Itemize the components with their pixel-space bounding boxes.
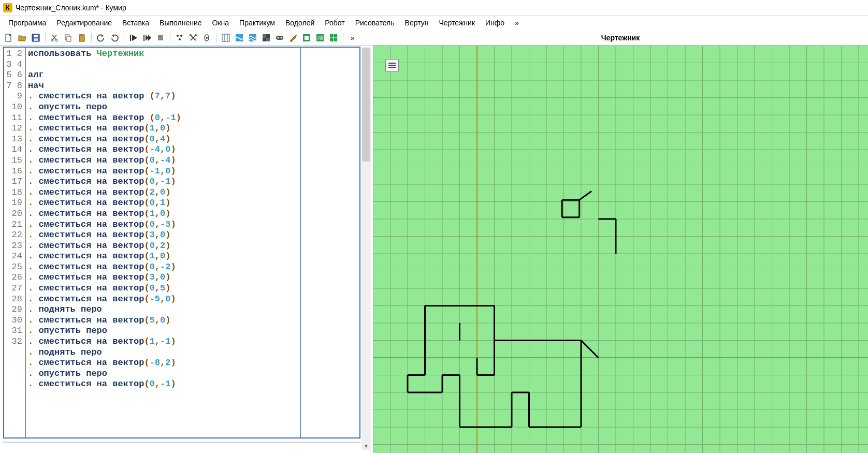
titlebar: К Чертежник_Слоник.kum* - Кумир bbox=[0, 0, 868, 16]
variables-button[interactable] bbox=[187, 32, 199, 43]
actors-button[interactable] bbox=[174, 32, 185, 43]
svg-rect-25 bbox=[263, 34, 266, 38]
app-icon: К bbox=[3, 3, 12, 12]
print-margin bbox=[300, 48, 301, 437]
drawing-grid bbox=[373, 46, 868, 453]
menu-item[interactable]: Вертун bbox=[400, 17, 434, 29]
svg-rect-12 bbox=[158, 35, 163, 40]
actor-green2-button[interactable] bbox=[314, 32, 326, 43]
menu-item[interactable]: Программа bbox=[3, 17, 51, 29]
stop-button[interactable] bbox=[155, 32, 166, 43]
svg-point-15 bbox=[179, 38, 181, 40]
redo-button[interactable] bbox=[109, 32, 120, 43]
toolbar-separator bbox=[216, 33, 216, 42]
open-file-button[interactable] bbox=[17, 32, 28, 43]
actor-green3-button[interactable] bbox=[328, 32, 339, 43]
actor-paint-button[interactable] bbox=[287, 32, 299, 43]
actor-aqua2-button[interactable] bbox=[247, 32, 258, 43]
svg-rect-7 bbox=[67, 36, 71, 41]
menu-item[interactable]: Выполнение bbox=[154, 17, 207, 29]
scroll-thumb[interactable] bbox=[362, 48, 370, 162]
svg-rect-3 bbox=[34, 38, 38, 41]
svg-rect-32 bbox=[305, 36, 309, 40]
new-file-button[interactable] bbox=[3, 32, 15, 43]
menu-item[interactable]: Робот bbox=[320, 17, 350, 29]
svg-rect-26 bbox=[266, 38, 270, 41]
toolbar-separator bbox=[343, 33, 343, 42]
editor-bottom-panel bbox=[3, 442, 360, 453]
toolbar-separator bbox=[45, 33, 46, 42]
svg-point-16 bbox=[190, 34, 192, 36]
svg-point-13 bbox=[177, 35, 179, 37]
vertical-scrollbar[interactable]: ▲ ▼ bbox=[361, 47, 371, 450]
paste-button[interactable] bbox=[76, 32, 88, 43]
menubar: ПрограммаРедактированиеВставкаВыполнение… bbox=[0, 16, 868, 30]
menu-item[interactable]: Чертежник bbox=[433, 17, 480, 29]
menu-item[interactable]: Вставка bbox=[117, 17, 154, 29]
cut-button[interactable] bbox=[49, 32, 61, 43]
scroll-down-button[interactable]: ▼ bbox=[361, 442, 371, 450]
run-step-button[interactable] bbox=[141, 32, 153, 43]
svg-point-18 bbox=[206, 37, 208, 39]
svg-rect-11 bbox=[143, 35, 144, 41]
svg-point-29 bbox=[281, 37, 282, 38]
toolbar-separator bbox=[91, 33, 92, 42]
svg-point-17 bbox=[195, 34, 197, 36]
drawer-title-bar: Чертежник bbox=[373, 30, 868, 46]
menu-item[interactable]: Практикум bbox=[234, 17, 280, 29]
breakpoint-button[interactable] bbox=[201, 32, 212, 43]
canvas-menu-button[interactable] bbox=[385, 59, 399, 71]
line-gutter: 1 2 3 4 5 6 7 8 9 10 11 12 13 14 15 16 1… bbox=[4, 48, 26, 437]
svg-point-14 bbox=[180, 35, 182, 37]
menu-item[interactable]: Окна bbox=[207, 17, 235, 29]
svg-point-28 bbox=[278, 37, 279, 38]
svg-rect-10 bbox=[130, 35, 131, 41]
menu-item[interactable]: » bbox=[510, 17, 524, 29]
run-button[interactable] bbox=[128, 32, 139, 43]
toolbar-overflow-button[interactable]: » bbox=[347, 32, 358, 43]
menu-item[interactable]: Инфо bbox=[480, 17, 510, 29]
drawer-canvas[interactable] bbox=[373, 46, 868, 453]
editor-pane: 1 2 3 4 5 6 7 8 9 10 11 12 13 14 15 16 1… bbox=[0, 46, 373, 453]
window-title: Чертежник_Слоник.kum* - Кумир bbox=[16, 4, 126, 12]
actor-aqua-button[interactable] bbox=[234, 32, 245, 43]
menu-item[interactable]: Водолей bbox=[280, 17, 320, 29]
toolbar: » bbox=[0, 30, 373, 46]
actor-1-button[interactable] bbox=[220, 32, 232, 43]
actor-green1-button[interactable] bbox=[301, 32, 312, 43]
actor-robot-button[interactable] bbox=[261, 32, 272, 43]
menu-item[interactable]: Редактирование bbox=[51, 17, 117, 29]
svg-rect-19 bbox=[222, 34, 229, 41]
toolbar-separator bbox=[170, 33, 170, 42]
menu-item[interactable]: Рисователь bbox=[350, 17, 400, 29]
svg-rect-30 bbox=[295, 35, 297, 36]
svg-rect-9 bbox=[80, 34, 83, 36]
undo-button[interactable] bbox=[95, 32, 107, 43]
actor-game-button[interactable] bbox=[274, 32, 285, 43]
drawer-title: Чертежник bbox=[601, 34, 640, 42]
svg-line-110 bbox=[581, 341, 599, 358]
svg-rect-27 bbox=[276, 36, 283, 40]
code-area[interactable]: использовать Чертежник алг нач . сместит… bbox=[26, 48, 359, 437]
save-file-button[interactable] bbox=[30, 32, 41, 43]
copy-button[interactable] bbox=[63, 32, 74, 43]
toolbar-separator bbox=[124, 33, 124, 42]
svg-rect-2 bbox=[34, 35, 38, 37]
code-editor[interactable]: 1 2 3 4 5 6 7 8 9 10 11 12 13 14 15 16 1… bbox=[3, 47, 360, 439]
